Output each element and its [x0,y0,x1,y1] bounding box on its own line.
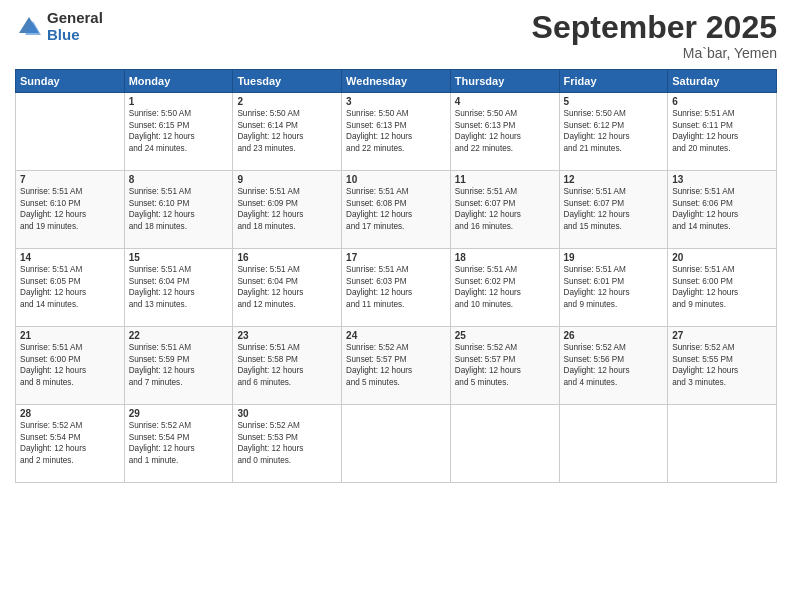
calendar-cell: 6Sunrise: 5:51 AM Sunset: 6:11 PM Daylig… [668,93,777,171]
week-row-1: 1Sunrise: 5:50 AM Sunset: 6:15 PM Daylig… [16,93,777,171]
day-number: 27 [672,330,772,341]
day-header-wednesday: Wednesday [342,70,451,93]
day-info: Sunrise: 5:51 AM Sunset: 6:00 PM Dayligh… [672,264,772,310]
day-info: Sunrise: 5:51 AM Sunset: 6:04 PM Dayligh… [237,264,337,310]
day-info: Sunrise: 5:51 AM Sunset: 6:01 PM Dayligh… [564,264,664,310]
day-info: Sunrise: 5:51 AM Sunset: 6:06 PM Dayligh… [672,186,772,232]
day-number: 11 [455,174,555,185]
day-number: 19 [564,252,664,263]
calendar-cell: 14Sunrise: 5:51 AM Sunset: 6:05 PM Dayli… [16,249,125,327]
week-row-3: 14Sunrise: 5:51 AM Sunset: 6:05 PM Dayli… [16,249,777,327]
calendar-cell: 12Sunrise: 5:51 AM Sunset: 6:07 PM Dayli… [559,171,668,249]
calendar-cell: 10Sunrise: 5:51 AM Sunset: 6:08 PM Dayli… [342,171,451,249]
day-info: Sunrise: 5:51 AM Sunset: 6:00 PM Dayligh… [20,342,120,388]
day-number: 1 [129,96,229,107]
calendar-cell [559,405,668,483]
day-number: 4 [455,96,555,107]
calendar-cell [450,405,559,483]
day-number: 16 [237,252,337,263]
day-number: 12 [564,174,664,185]
calendar-cell [342,405,451,483]
day-info: Sunrise: 5:50 AM Sunset: 6:14 PM Dayligh… [237,108,337,154]
day-header-monday: Monday [124,70,233,93]
logo-icon [15,13,43,41]
day-number: 2 [237,96,337,107]
calendar-cell: 3Sunrise: 5:50 AM Sunset: 6:13 PM Daylig… [342,93,451,171]
calendar-cell: 26Sunrise: 5:52 AM Sunset: 5:56 PM Dayli… [559,327,668,405]
day-number: 23 [237,330,337,341]
day-number: 21 [20,330,120,341]
week-row-5: 28Sunrise: 5:52 AM Sunset: 5:54 PM Dayli… [16,405,777,483]
day-info: Sunrise: 5:51 AM Sunset: 5:59 PM Dayligh… [129,342,229,388]
day-number: 18 [455,252,555,263]
day-number: 17 [346,252,446,263]
calendar-cell: 21Sunrise: 5:51 AM Sunset: 6:00 PM Dayli… [16,327,125,405]
day-info: Sunrise: 5:52 AM Sunset: 5:53 PM Dayligh… [237,420,337,466]
calendar-cell [16,93,125,171]
calendar-cell: 2Sunrise: 5:50 AM Sunset: 6:14 PM Daylig… [233,93,342,171]
calendar-cell: 15Sunrise: 5:51 AM Sunset: 6:04 PM Dayli… [124,249,233,327]
week-row-4: 21Sunrise: 5:51 AM Sunset: 6:00 PM Dayli… [16,327,777,405]
day-header-saturday: Saturday [668,70,777,93]
day-info: Sunrise: 5:51 AM Sunset: 6:07 PM Dayligh… [455,186,555,232]
day-info: Sunrise: 5:51 AM Sunset: 6:10 PM Dayligh… [20,186,120,232]
day-number: 26 [564,330,664,341]
day-info: Sunrise: 5:52 AM Sunset: 5:55 PM Dayligh… [672,342,772,388]
day-info: Sunrise: 5:51 AM Sunset: 6:02 PM Dayligh… [455,264,555,310]
day-info: Sunrise: 5:52 AM Sunset: 5:57 PM Dayligh… [346,342,446,388]
day-header-thursday: Thursday [450,70,559,93]
calendar-cell: 18Sunrise: 5:51 AM Sunset: 6:02 PM Dayli… [450,249,559,327]
header-row: SundayMondayTuesdayWednesdayThursdayFrid… [16,70,777,93]
day-header-tuesday: Tuesday [233,70,342,93]
week-row-2: 7Sunrise: 5:51 AM Sunset: 6:10 PM Daylig… [16,171,777,249]
day-info: Sunrise: 5:51 AM Sunset: 6:09 PM Dayligh… [237,186,337,232]
calendar-cell: 7Sunrise: 5:51 AM Sunset: 6:10 PM Daylig… [16,171,125,249]
day-header-friday: Friday [559,70,668,93]
day-info: Sunrise: 5:52 AM Sunset: 5:56 PM Dayligh… [564,342,664,388]
day-header-sunday: Sunday [16,70,125,93]
day-number: 29 [129,408,229,419]
calendar-cell: 27Sunrise: 5:52 AM Sunset: 5:55 PM Dayli… [668,327,777,405]
day-info: Sunrise: 5:51 AM Sunset: 6:11 PM Dayligh… [672,108,772,154]
day-number: 25 [455,330,555,341]
calendar-cell: 17Sunrise: 5:51 AM Sunset: 6:03 PM Dayli… [342,249,451,327]
calendar-cell: 25Sunrise: 5:52 AM Sunset: 5:57 PM Dayli… [450,327,559,405]
calendar-cell: 9Sunrise: 5:51 AM Sunset: 6:09 PM Daylig… [233,171,342,249]
calendar-cell: 11Sunrise: 5:51 AM Sunset: 6:07 PM Dayli… [450,171,559,249]
day-number: 6 [672,96,772,107]
day-number: 5 [564,96,664,107]
page: General Blue September 2025 Ma`bar, Yeme… [0,0,792,612]
day-info: Sunrise: 5:51 AM Sunset: 6:10 PM Dayligh… [129,186,229,232]
day-number: 30 [237,408,337,419]
month-title: September 2025 [532,10,777,45]
header: General Blue September 2025 Ma`bar, Yeme… [15,10,777,61]
day-number: 9 [237,174,337,185]
day-info: Sunrise: 5:51 AM Sunset: 6:03 PM Dayligh… [346,264,446,310]
calendar-cell: 13Sunrise: 5:51 AM Sunset: 6:06 PM Dayli… [668,171,777,249]
day-number: 28 [20,408,120,419]
calendar-cell: 30Sunrise: 5:52 AM Sunset: 5:53 PM Dayli… [233,405,342,483]
location: Ma`bar, Yemen [532,45,777,61]
calendar-cell: 4Sunrise: 5:50 AM Sunset: 6:13 PM Daylig… [450,93,559,171]
calendar-cell [668,405,777,483]
day-info: Sunrise: 5:51 AM Sunset: 6:07 PM Dayligh… [564,186,664,232]
logo-blue-text: Blue [47,27,103,44]
calendar-cell: 16Sunrise: 5:51 AM Sunset: 6:04 PM Dayli… [233,249,342,327]
day-number: 8 [129,174,229,185]
day-info: Sunrise: 5:52 AM Sunset: 5:54 PM Dayligh… [129,420,229,466]
calendar-cell: 24Sunrise: 5:52 AM Sunset: 5:57 PM Dayli… [342,327,451,405]
logo: General Blue [15,10,103,43]
day-number: 24 [346,330,446,341]
calendar-cell: 29Sunrise: 5:52 AM Sunset: 5:54 PM Dayli… [124,405,233,483]
day-number: 7 [20,174,120,185]
day-info: Sunrise: 5:50 AM Sunset: 6:12 PM Dayligh… [564,108,664,154]
calendar-cell: 1Sunrise: 5:50 AM Sunset: 6:15 PM Daylig… [124,93,233,171]
day-info: Sunrise: 5:51 AM Sunset: 6:04 PM Dayligh… [129,264,229,310]
day-number: 15 [129,252,229,263]
day-info: Sunrise: 5:50 AM Sunset: 6:15 PM Dayligh… [129,108,229,154]
calendar-cell: 28Sunrise: 5:52 AM Sunset: 5:54 PM Dayli… [16,405,125,483]
calendar-table: SundayMondayTuesdayWednesdayThursdayFrid… [15,69,777,483]
day-info: Sunrise: 5:52 AM Sunset: 5:57 PM Dayligh… [455,342,555,388]
day-number: 14 [20,252,120,263]
logo-general-text: General [47,10,103,27]
